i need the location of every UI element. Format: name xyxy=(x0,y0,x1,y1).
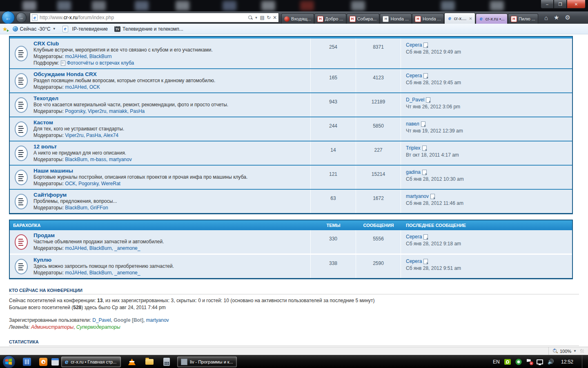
forum-title-link[interactable]: Сайт\форум xyxy=(33,192,67,198)
forum-title-link[interactable]: Продам xyxy=(33,232,55,238)
forum-title-link[interactable]: Кастом xyxy=(33,119,53,126)
network-icon[interactable] xyxy=(537,359,543,364)
subforum-link[interactable]: Фотоотчёты о встречах клуба xyxy=(67,60,134,66)
taskbar-button-liv[interactable]: liv - Программы и к... xyxy=(177,357,237,367)
browser-tab[interactable]: H Honda ... xyxy=(380,13,412,24)
url-text[interactable]: http://www.cr-x.ru/forum/index.php xyxy=(40,15,248,20)
moderator-links[interactable]: BlackBurn, m-bass, martyanov xyxy=(65,157,131,162)
taskbar-clock[interactable]: 12:52 xyxy=(561,359,573,365)
goto-last-post-icon[interactable] xyxy=(421,121,425,127)
refresh-icon[interactable]: ↻ xyxy=(267,15,271,20)
forum-title-link[interactable]: Наши машины xyxy=(33,168,73,174)
search-icon[interactable] xyxy=(248,16,253,20)
user-link[interactable]: martyanov xyxy=(146,317,169,323)
forum-title-link[interactable]: Обсуждаем Honda CRX xyxy=(33,71,97,77)
moderator-links[interactable]: moJAHed, BlackBurn, _anemone_ xyxy=(65,270,140,276)
moderator-links[interactable]: Pogorsky, Viper2ru, maniakk, PasHa xyxy=(65,108,145,114)
topics-count: 121 xyxy=(310,166,356,189)
ie-doc-icon: e xyxy=(62,26,68,32)
vlc-icon[interactable] xyxy=(128,359,136,365)
last-post-date: Сб янв 28, 2012 11:46 am xyxy=(406,200,572,206)
moderator-links[interactable]: moJAHed, BlackBurn, _anemone_ xyxy=(65,245,140,251)
volume-icon[interactable]: 🔊 xyxy=(548,359,554,365)
home-icon[interactable]: ⌂ xyxy=(544,14,548,21)
goto-last-post-icon[interactable] xyxy=(422,146,427,151)
antivirus-tray-icon[interactable] xyxy=(515,359,522,365)
moderator-links[interactable]: BlackBurn, GriFFon xyxy=(65,205,108,211)
search-dropdown-icon[interactable]: ▼ xyxy=(255,16,258,20)
restore-button[interactable]: ❐ xyxy=(554,0,567,9)
browser-tab[interactable]: e cr-x.ru •... xyxy=(476,13,508,24)
browser-tab[interactable]: e cr-x.... ✕ xyxy=(444,13,475,24)
forward-button[interactable]: → xyxy=(16,12,27,23)
media-player-icon[interactable] xyxy=(39,358,47,366)
forum-moderators: Модераторы: moJAHed, BlackBurn, _anemone… xyxy=(33,245,307,251)
calculator-icon[interactable] xyxy=(163,358,170,366)
chevron-down-icon[interactable]: ▼ xyxy=(53,27,56,31)
last-post-user-link[interactable]: Серега xyxy=(406,234,422,240)
browser-tab[interactable]: H Honda ... xyxy=(412,13,444,24)
user-link[interactable]: D_Pavel xyxy=(92,317,111,323)
moderator-links[interactable]: OCK, Pogorsky, WereRat xyxy=(65,181,120,186)
favorite-item-iptv[interactable]: e IP-телевидение xyxy=(60,25,110,33)
forum-row: Обсуждаем Honda CRX Раздел посвящен любы… xyxy=(10,68,572,92)
taskbar-button-browser[interactable]: e cr-x.ru • Главная стр... xyxy=(61,357,121,367)
moderator-links[interactable]: moJAHed, OCK xyxy=(65,84,100,90)
administrators-link[interactable]: Администраторы xyxy=(31,324,74,330)
minimize-button[interactable]: – xyxy=(541,0,554,9)
goto-last-post-icon[interactable] xyxy=(426,97,430,103)
forum-moderators: Модераторы: BlackBurn, m-bass, martyanov xyxy=(33,157,307,162)
compatibility-icon[interactable]: ▤ xyxy=(260,15,265,20)
favorites-star-icon[interactable]: ★ xyxy=(554,14,559,21)
favorite-item-weather[interactable]: Сейчас -30°C ▼ xyxy=(10,25,58,33)
goto-last-post-icon[interactable] xyxy=(423,73,428,79)
settings-gear-icon[interactable]: ⚙ xyxy=(565,14,570,21)
posts-count: 5556 xyxy=(356,230,401,254)
moderator-links[interactable]: moJAHed, BlackBurn xyxy=(65,54,111,59)
last-post-user-link[interactable]: Серега xyxy=(406,42,422,48)
address-bar[interactable]: e http://www.cr-x.ru/forum/index.php ▼ ▤… xyxy=(30,13,279,22)
language-indicator[interactable]: EN xyxy=(493,359,500,365)
tab-close-icon[interactable]: ✕ xyxy=(469,16,472,21)
moderator-links[interactable]: Viper2ru, PasHa, Alex74 xyxy=(65,132,118,138)
forum-title-link[interactable]: Техотдел xyxy=(33,95,58,101)
last-post-user-link[interactable]: martyanov xyxy=(406,193,429,199)
goto-last-post-icon[interactable] xyxy=(422,170,427,175)
pinned-window-icon[interactable] xyxy=(51,358,59,366)
forum-title-link[interactable]: CRX Club xyxy=(33,40,59,47)
resize-grip[interactable] xyxy=(580,349,584,353)
last-post-user-link[interactable]: Серега xyxy=(406,258,422,264)
last-post-user-link[interactable]: Серега xyxy=(406,73,422,79)
tab-bar: Входящ... H Добро ... H Собира... H Hond… xyxy=(281,11,539,24)
goto-last-post-icon[interactable] xyxy=(423,43,428,48)
last-post-user-link[interactable]: павел xyxy=(406,121,419,127)
zoom-dropdown-icon[interactable]: ▼ xyxy=(573,349,577,353)
zoom-control[interactable]: 100% ▼ xyxy=(548,347,584,355)
nvidia-tray-icon[interactable] xyxy=(504,359,511,365)
desktop-thumb xyxy=(57,1,71,11)
last-post-user-link[interactable]: Triplex xyxy=(406,145,421,151)
action-center-icon[interactable] xyxy=(526,359,532,365)
goto-last-post-icon[interactable] xyxy=(423,259,428,264)
show-desktop-button[interactable] xyxy=(582,355,586,368)
browser-tab[interactable]: Входящ... xyxy=(281,13,314,24)
close-button[interactable]: ✕ xyxy=(567,0,586,9)
browser-tab[interactable]: H Собира... xyxy=(347,13,380,24)
add-favorite-icon[interactable]: ★ xyxy=(2,26,8,32)
supermoderators-link[interactable]: Супермодераторы xyxy=(76,324,120,330)
last-post-cell: D_Pavel Чт янв 26, 2012 3:06 pm xyxy=(401,93,572,117)
forum-title-link[interactable]: Куплю xyxy=(33,257,51,263)
browser-tab[interactable]: H Добро ... xyxy=(314,13,346,24)
back-button[interactable]: ← xyxy=(2,11,15,24)
last-post-user-link[interactable]: D_Pavel xyxy=(406,97,424,103)
goto-last-post-icon[interactable] xyxy=(430,194,435,199)
start-button[interactable] xyxy=(2,355,16,368)
goto-last-post-icon[interactable] xyxy=(423,234,428,240)
favorite-item-tv[interactable]: TV Телевидение и телекомп... xyxy=(112,25,186,33)
forum-title-link[interactable]: 12 вольт xyxy=(33,144,57,150)
browser-tab[interactable]: H Пилю ... xyxy=(508,13,538,24)
last-post-user-link[interactable]: gadina xyxy=(406,169,421,175)
pinned-app-icon[interactable] xyxy=(23,358,31,366)
folder-icon[interactable] xyxy=(145,359,154,365)
stop-icon[interactable]: ✕ xyxy=(273,15,277,20)
